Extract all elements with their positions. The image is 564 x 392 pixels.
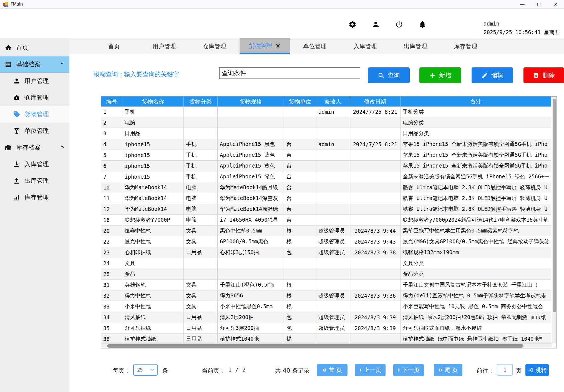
table-row[interactable]: 24文具文具分类 (101, 258, 551, 269)
table-row[interactable]: 28食品食品分类 (101, 269, 551, 280)
next-page-button[interactable]: › 下一页 (393, 364, 424, 376)
sidebar-item-home[interactable]: 首页 (0, 39, 69, 56)
table-cell: 华为MateBook14 (122, 182, 184, 193)
header-icon-group (348, 19, 427, 29)
table-cell: 超级管理员 (316, 226, 350, 236)
table-cell: 纽赛中性笔 (122, 226, 184, 236)
tab-stock-mgmt[interactable]: 库存管理 (440, 38, 491, 54)
table-row[interactable]: 12华为MateBook14电脑华为MateBook14原野绿台酷睿 Ultra… (101, 204, 551, 215)
sidebar-item-outbound-mgmt[interactable]: 出库管理 (0, 173, 69, 189)
table-cell: 包 (284, 247, 316, 258)
sidebar-item-goods-mgmt[interactable]: 货物管理 (0, 106, 69, 123)
sidebar-item-user-mgmt[interactable]: 用户管理 (0, 73, 69, 89)
table-cell: 包 (284, 323, 316, 333)
horizontal-scrollbar[interactable] (101, 343, 552, 348)
bell-icon[interactable] (417, 19, 427, 29)
delete-button[interactable]: 删除 (523, 67, 564, 83)
tab-unit-mgmt[interactable]: 单位管理 (290, 38, 340, 54)
last-page-button[interactable]: » 尾 页 (434, 364, 462, 376)
column-header[interactable]: 修改人 (316, 97, 350, 107)
column-header[interactable]: 货物单位 (284, 97, 316, 107)
tab-outbound-mgmt[interactable]: 出库管理 (390, 38, 440, 54)
table-row[interactable]: 11华为MateBook14电脑华为MateBook14深空灰台酷睿 Ultra… (101, 193, 551, 204)
table-cell: iphone15 (122, 150, 184, 160)
arrow-enter-icon (528, 367, 533, 373)
table-cell: AppleiPhone15 黑色 (218, 139, 284, 150)
sidebar-item-unit-mgmt[interactable]: 单位管理 (0, 123, 69, 139)
table-cell (350, 215, 401, 225)
table-cell (184, 258, 218, 269)
minimize-button[interactable]: — (514, 0, 531, 9)
sidebar-item-inbound-mgmt[interactable]: 入库管理 (0, 156, 69, 173)
table-cell: 文具 (184, 236, 218, 247)
table-row[interactable]: 31英雄钢笔文具千里江山(橙色)0.5mm根千里江山文创中国风复古笔记本本子礼盒… (101, 280, 551, 290)
maximize-button[interactable]: □ (531, 0, 547, 9)
edit-button[interactable]: 编辑 (472, 67, 513, 83)
horizontal-scrollbar-thumb[interactable] (107, 344, 523, 348)
vertical-scrollbar-thumb[interactable] (553, 99, 556, 312)
column-header[interactable]: 备注 (401, 97, 551, 107)
table-cell: 34 (101, 312, 122, 323)
column-header[interactable]: 修改日期 (350, 97, 401, 107)
table-row[interactable]: 23心相印抽纸日用品心相印3层150抽包超级管理员2024/8/3 9:38纸张… (101, 247, 551, 258)
chevron-up-icon (59, 144, 65, 151)
gear-icon[interactable] (348, 19, 357, 29)
sidebar-item-stock-mgmt[interactable]: 库存管理 (0, 189, 69, 206)
add-button[interactable]: 新增 (419, 67, 461, 83)
table-row[interactable]: 5iphone15手机AppleiPhone15 蓝色台苹果15 iPhone1… (101, 150, 551, 161)
chevron-down-icon (149, 367, 155, 373)
table-row[interactable]: 20纽赛中性笔文具黑色中性笔0.5mm根超级管理员2024/8/3 9:44黑笔… (101, 226, 551, 236)
table-row[interactable]: 22晨光中性笔文具GP1008/0.5mm黑色根超级管理员2024/8/3 9:… (101, 236, 551, 247)
chart-icon (13, 194, 20, 201)
search-input[interactable] (219, 67, 360, 79)
tab-user-mgmt[interactable]: 用户管理 (139, 38, 189, 54)
column-header[interactable]: 货物规格 (218, 97, 284, 107)
table-cell: 植护挂式抽纸 纸巾面巾纸 悬挂卫生纸抽 擦手纸 1040张* (401, 334, 551, 343)
table-row[interactable]: 10华为MateBook14电脑华为MateBook14皓月银台酷睿 Ultra… (101, 182, 551, 193)
sidebar-group-basic-archives[interactable]: 基础档案 (0, 56, 69, 73)
jump-button[interactable]: 跳转 (525, 364, 549, 376)
sidebar-item-warehouse-mgmt[interactable]: 仓库管理 (0, 89, 69, 106)
sidebar-group-stock-archives[interactable]: 库存档案 (0, 139, 69, 156)
close-button[interactable]: × (547, 0, 564, 9)
table-cell: 清风抽纸 原木2层200抽*20包S码 软抽 亲肤无刺激 面巾纸 (401, 312, 551, 323)
table-row[interactable]: 4iphone15手机AppleiPhone15 黑色台admin2024/7/… (101, 139, 551, 150)
user-icon[interactable] (371, 19, 381, 29)
table-cell: 36 (101, 334, 122, 343)
table-row[interactable]: 36植护挂式抽纸日用品植护挂式1040张提植护挂式抽纸 纸巾面巾纸 悬挂卫生纸抽… (101, 334, 551, 343)
tab-warehouse-mgmt[interactable]: 仓库管理 (189, 38, 240, 54)
table-row[interactable]: 1手机admin2024/7/25 8:21手机分类 (101, 107, 551, 117)
table-row[interactable]: 3日用品日用品分类 (101, 128, 551, 139)
table-cell: 日用品 (122, 128, 184, 139)
per-page-select[interactable]: 25 (133, 364, 158, 376)
column-header[interactable]: 货物名称 (122, 97, 184, 107)
table-cell: 日用品 (184, 247, 218, 258)
tab-goods-mgmt[interactable]: 货物管理 × (240, 38, 290, 54)
goto-page-input[interactable] (497, 364, 513, 376)
table-row[interactable]: 33小米中性笔文具小米中性笔黑色0.5mm根小米巨能写中性笔 10支装 黑色 0… (101, 301, 551, 312)
query-button[interactable]: 查询 (368, 67, 410, 83)
table-row[interactable]: 2电脑电脑分类 (101, 117, 551, 128)
close-icon[interactable]: × (275, 43, 280, 49)
column-header[interactable]: 货物分类 (184, 97, 218, 107)
table-cell: 6 (101, 161, 122, 171)
prev-page-button[interactable]: ‹ 上一页 (355, 364, 386, 376)
tab-home[interactable]: 首页 (89, 38, 139, 54)
table-row[interactable]: 32得力中性笔文具得力S656根超级管理员2024/8/3 9:36得力(del… (101, 290, 551, 301)
table-row[interactable]: 6iphone15手机AppleiPhone15 黄色台苹果15 iPhone1… (101, 161, 551, 171)
tab-inbound-mgmt[interactable]: 入库管理 (340, 38, 390, 54)
table-row[interactable]: 7iphone15手机AppleiPhone15 绿色台全新未激活美版有锁全网通… (101, 171, 551, 182)
table-cell: 手机 (184, 150, 218, 160)
table-cell: 植护挂式抽纸 (122, 334, 184, 343)
vertical-scrollbar[interactable] (552, 97, 557, 343)
column-header[interactable]: 编号 (101, 97, 122, 107)
table-row[interactable]: 16联想拯救者Y7000P电脑i7-14650HX-4050独显台联想拯救者y7… (101, 215, 551, 226)
power-icon[interactable] (394, 19, 404, 29)
table-row[interactable]: 34清风抽纸日用品清风2层200抽包超级管理员2024/8/3 9:39清风抽纸… (101, 312, 551, 323)
tag-icon (13, 111, 20, 118)
table-cell: 清风2层200抽 (218, 312, 284, 323)
table-cell: 台 (284, 204, 316, 214)
table-row[interactable]: 35舒可乐抽纸日用品舒可乐3层200抽包超级管理员2024/8/3 9:39舒可… (101, 323, 551, 334)
first-page-button[interactable]: « 首 页 (317, 364, 348, 376)
table-cell: 7 (101, 171, 122, 182)
